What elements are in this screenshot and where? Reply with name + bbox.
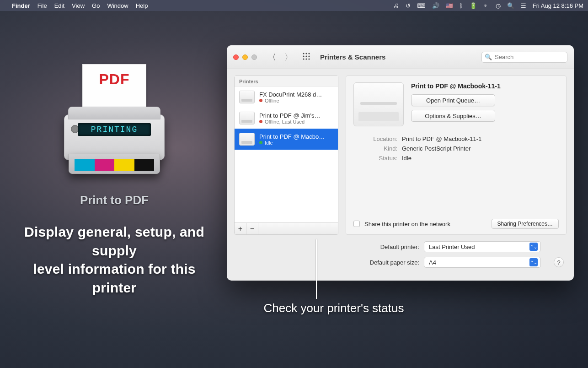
app-menu[interactable]: Finder bbox=[12, 2, 30, 9]
pdf-label: PDF bbox=[99, 71, 130, 88]
menu-help[interactable]: Help bbox=[136, 2, 148, 9]
svg-point-7 bbox=[305, 58, 307, 60]
search-field[interactable]: 🔍 bbox=[481, 52, 567, 63]
options-supplies-button[interactable]: Options & Supplies… bbox=[411, 110, 495, 122]
user-icon[interactable]: ◷ bbox=[496, 2, 501, 9]
close-button[interactable] bbox=[233, 54, 239, 60]
menu-go[interactable]: Go bbox=[92, 2, 100, 9]
menu-file[interactable]: File bbox=[37, 2, 47, 9]
time-machine-icon[interactable]: ↺ bbox=[406, 2, 411, 9]
meta-kind-value: Generic PostScript Printer bbox=[402, 145, 470, 152]
default-printer-select[interactable]: Last Printer Used ⌃⌄ bbox=[424, 241, 541, 252]
default-printer-label: Default printer: bbox=[380, 244, 419, 250]
default-printer-value: Last Printer Used bbox=[429, 244, 475, 250]
add-printer-button[interactable]: + bbox=[235, 223, 246, 234]
printer-name: Print to PDF @ Jim's… bbox=[259, 112, 320, 119]
default-paper-select[interactable]: A4 ⌃⌄ bbox=[424, 257, 541, 268]
printer-thumb-icon bbox=[239, 112, 255, 124]
svg-point-0 bbox=[303, 53, 304, 54]
meta-status-label: Status: bbox=[353, 155, 397, 162]
detail-title: Print to PDF @ Macbook-11-1 bbox=[411, 82, 559, 90]
menu-clock[interactable]: Fri Aug 12 8:16 PM bbox=[533, 2, 583, 9]
svg-point-5 bbox=[308, 55, 310, 57]
keyboard-menulet-icon[interactable]: ⌨ bbox=[417, 2, 426, 9]
status-dot-icon bbox=[259, 120, 262, 123]
printer-thumb-icon bbox=[239, 91, 255, 103]
printer-name: Print to PDF @ Macbo… bbox=[259, 133, 325, 140]
zoom-button[interactable] bbox=[251, 54, 257, 60]
printers-scanners-window: 〈 〉 Printers & Scanners 🔍 Printers FX Do… bbox=[227, 45, 574, 281]
printer-menulet-icon[interactable]: 🖨 bbox=[393, 2, 399, 9]
svg-point-1 bbox=[305, 53, 307, 54]
default-paper-label: Default paper size: bbox=[370, 259, 419, 266]
battery-icon[interactable]: 🔋 bbox=[470, 2, 477, 9]
menu-window[interactable]: Window bbox=[107, 2, 128, 9]
meta-kind-label: Kind: bbox=[353, 145, 397, 152]
back-button[interactable]: 〈 bbox=[268, 52, 276, 63]
status-dot-icon bbox=[259, 99, 262, 102]
default-options: Default printer: Last Printer Used ⌃⌄ De… bbox=[234, 241, 567, 268]
flag-icon[interactable]: 🇺🇸 bbox=[446, 2, 453, 9]
menu-view[interactable]: View bbox=[72, 2, 85, 9]
printer-detail-panel: Print to PDF @ Macbook-11-1 Open Print Q… bbox=[346, 76, 567, 235]
printer-large-icon bbox=[353, 82, 404, 126]
printers-sidebar: Printers FX DocuPrint M268 d… Offline bbox=[234, 76, 338, 235]
menu-bar: Finder File Edit View Go Window Help 🖨 ↺… bbox=[0, 0, 588, 11]
printer-list-item[interactable]: Print to PDF @ Jim's… Offline, Last Used bbox=[235, 108, 338, 129]
share-printer-label: Share this printer on the network bbox=[364, 221, 450, 227]
traffic-lights bbox=[233, 54, 257, 60]
svg-point-6 bbox=[303, 58, 304, 60]
window-titlebar: 〈 〉 Printers & Scanners 🔍 bbox=[227, 45, 574, 69]
search-icon: 🔍 bbox=[485, 54, 492, 60]
printer-list: FX DocuPrint M268 d… Offline Print to PD… bbox=[235, 87, 338, 222]
promo-title: Print to PDF bbox=[80, 193, 149, 207]
promo-panel: PDF PRINTING Print to PDF Display genera… bbox=[0, 64, 229, 297]
printer-status: Offline bbox=[259, 98, 322, 103]
meta-location-label: Location: bbox=[353, 135, 397, 142]
spotlight-icon[interactable]: 🔍 bbox=[507, 2, 514, 9]
sidebar-header: Printers bbox=[235, 76, 338, 87]
show-all-icon[interactable] bbox=[303, 53, 310, 62]
remove-printer-button[interactable]: − bbox=[246, 223, 258, 234]
printer-tray bbox=[69, 154, 160, 174]
promo-tagline: Display general, setup, and supply level… bbox=[0, 223, 229, 297]
open-print-queue-button[interactable]: Open Print Queue… bbox=[411, 94, 495, 106]
svg-point-2 bbox=[308, 53, 310, 54]
default-paper-value: A4 bbox=[429, 259, 436, 266]
menu-edit[interactable]: Edit bbox=[54, 2, 64, 9]
minimize-button[interactable] bbox=[242, 54, 248, 60]
printer-illustration: PDF PRINTING bbox=[59, 64, 169, 183]
caption-text: Check your printer's status bbox=[229, 301, 439, 315]
window-title: Printers & Scanners bbox=[320, 53, 385, 61]
search-input[interactable] bbox=[495, 54, 572, 60]
printer-body: PRINTING bbox=[64, 114, 165, 160]
printer-lcd: PRINTING bbox=[78, 123, 151, 136]
chevron-updown-icon: ⌃⌄ bbox=[529, 258, 538, 266]
meta-status-value: Idle bbox=[402, 155, 412, 162]
caption-connector bbox=[316, 239, 317, 299]
wifi-icon[interactable]: ᯤ bbox=[483, 2, 489, 9]
svg-point-3 bbox=[303, 55, 304, 57]
printer-meta: Location: Print to PDF @ Macbook-11-1 Ki… bbox=[353, 135, 559, 164]
svg-point-8 bbox=[308, 58, 310, 60]
printer-list-item[interactable]: FX DocuPrint M268 d… Offline bbox=[235, 87, 338, 108]
share-printer-checkbox[interactable] bbox=[353, 221, 360, 227]
sidebar-footer: + − bbox=[235, 222, 338, 234]
printer-name: FX DocuPrint M268 d… bbox=[259, 91, 322, 98]
svg-point-4 bbox=[305, 55, 307, 57]
notification-center-icon[interactable]: ☰ bbox=[521, 2, 526, 9]
sharing-preferences-button[interactable]: Sharing Preferences… bbox=[492, 219, 559, 229]
printer-thumb-icon bbox=[239, 133, 255, 146]
forward-button: 〉 bbox=[284, 52, 293, 63]
volume-icon[interactable]: 🔊 bbox=[432, 2, 439, 9]
chevron-updown-icon: ⌃⌄ bbox=[529, 243, 538, 251]
bluetooth-icon[interactable]: ᛒ bbox=[460, 2, 463, 9]
help-button[interactable]: ? bbox=[554, 257, 564, 267]
printer-list-item-selected[interactable]: Print to PDF @ Macbo… Idle bbox=[235, 129, 338, 150]
printer-status: Idle bbox=[259, 140, 325, 146]
printer-status: Offline, Last Used bbox=[259, 119, 320, 124]
meta-location-value: Print to PDF @ Macbook-11-1 bbox=[402, 135, 481, 142]
status-dot-icon bbox=[259, 141, 262, 144]
